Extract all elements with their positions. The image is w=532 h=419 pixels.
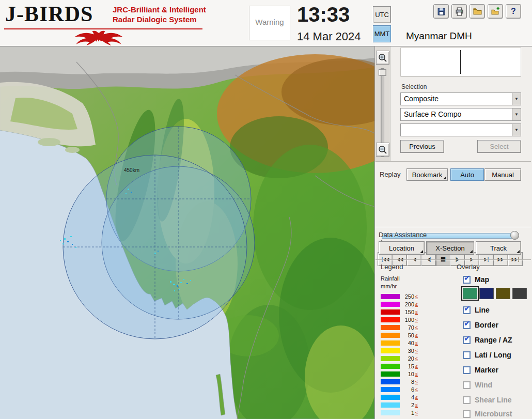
print-button[interactable] <box>451 4 467 19</box>
timeline-thumb[interactable] <box>510 231 519 240</box>
legend-value: 50 <box>401 332 414 338</box>
utc-button[interactable]: UTC <box>373 6 391 23</box>
x-section-button[interactable]: X-Section <box>426 241 474 255</box>
track-button[interactable]: Track <box>476 241 521 255</box>
info-box-divider <box>460 50 461 74</box>
legend-color-swatch <box>381 294 400 299</box>
logo-title: J-BIRDS <box>5 2 93 26</box>
help-icon: ? <box>511 7 516 16</box>
map-style-swatch-gray[interactable] <box>512 288 527 299</box>
legend-value: 8 <box>401 379 414 385</box>
warning-panel[interactable]: Warning <box>249 6 290 40</box>
product-option-dropdown[interactable]: ▼ <box>400 123 521 136</box>
product-name-dropdown[interactable]: Surface R Compo ▼ <box>400 108 521 121</box>
legend-row: 15≤ <box>381 362 427 370</box>
delta-island <box>65 147 80 153</box>
checkbox-line[interactable]: ✔ <box>463 306 471 314</box>
overlay-item-microburst: Microburst <box>463 409 512 419</box>
chevron-down-icon[interactable]: ▼ <box>512 93 521 105</box>
station-name: Myanmar DMH <box>406 30 472 42</box>
previous-button[interactable]: Previous <box>400 140 444 153</box>
legend-color-swatch <box>381 364 400 369</box>
map-style-swatch-olive[interactable] <box>496 288 510 299</box>
bookmark-button[interactable]: Bookmark <box>406 168 448 181</box>
clock-time: 13:33 <box>297 4 350 25</box>
magnifier-plus-icon <box>378 53 388 63</box>
map-style-swatch-green[interactable] <box>463 288 477 299</box>
open-folder-button[interactable] <box>470 4 485 19</box>
checkbox-border[interactable]: ✔ <box>463 321 471 329</box>
checkbox-range-az[interactable]: ✔ <box>463 336 471 344</box>
import-button[interactable] <box>488 4 503 19</box>
legend-lte-symbol: ≤ <box>415 302 418 307</box>
mmt-button[interactable]: MMT <box>373 25 391 42</box>
overlay-lati-long-label: Lati / Long <box>475 351 511 359</box>
legend-value: 150 <box>401 309 414 315</box>
legend-color-swatch <box>381 317 400 322</box>
check-icon: ✔ <box>464 319 471 328</box>
legend-row: 8≤ <box>381 378 427 385</box>
overlay-title: Overlay <box>457 263 480 271</box>
manual-mode-button[interactable]: Manual <box>484 168 521 181</box>
range-label: 450km <box>124 167 139 173</box>
divider <box>375 227 531 228</box>
legend-value: 100 <box>401 317 414 323</box>
corner-triangle-icon <box>420 250 423 253</box>
overlay-shear-line-label: Shear Line <box>475 396 512 404</box>
zoom-slider-thumb[interactable] <box>379 69 386 76</box>
legend-color-swatch <box>381 379 400 384</box>
x-section-label: X-Section <box>435 244 464 252</box>
product-info-box[interactable] <box>400 48 521 76</box>
legend-value: 1 <box>401 410 414 416</box>
chevron-down-icon[interactable]: ▼ <box>512 108 521 120</box>
location-button[interactable]: Location <box>379 241 425 255</box>
save-button[interactable] <box>433 4 449 19</box>
overlay-item-shear-line: Shear Line <box>463 395 512 405</box>
map-style-swatches <box>463 288 529 299</box>
overlay-marker-label: Marker <box>475 366 498 374</box>
legend-lte-symbol: ≤ <box>415 379 418 384</box>
legend-color-swatch <box>381 410 400 415</box>
save-icon <box>437 7 446 16</box>
map-style-swatch-navy[interactable] <box>479 288 494 299</box>
import-icon <box>491 7 500 16</box>
checkbox-marker[interactable] <box>463 366 471 374</box>
zoom-in-button[interactable] <box>376 51 389 65</box>
zoom-out-button[interactable] <box>376 143 389 157</box>
auto-mode-button[interactable]: Auto <box>450 168 484 181</box>
legend-value: 10 <box>401 371 414 377</box>
location-label: Location <box>389 244 414 252</box>
overlay-item-lati-long[interactable]: Lati / Long <box>463 350 511 360</box>
overlay-border-label: Border <box>475 321 498 329</box>
help-button[interactable]: ? <box>506 4 521 19</box>
legend-lte-symbol: ≤ <box>415 395 418 400</box>
overlay-item-map[interactable]: ✔ Map <box>463 274 489 285</box>
overlay-item-line[interactable]: ✔ Line <box>463 305 490 315</box>
overlay-item-marker[interactable]: Marker <box>463 365 498 375</box>
legend-row: 200≤ <box>381 300 427 308</box>
divider <box>375 161 531 162</box>
legend-value: 250 <box>401 293 414 300</box>
legend-lte-symbol: ≤ <box>415 325 418 330</box>
checkbox-lati-long[interactable] <box>463 351 471 359</box>
chevron-down-icon[interactable]: ▼ <box>512 124 521 136</box>
legend-value: 20 <box>401 355 414 362</box>
product-option-value <box>401 124 512 136</box>
legend-row: 10≤ <box>381 370 427 378</box>
overlay-range-az-label: Range / AZ <box>475 336 512 344</box>
check-icon: ✔ <box>464 273 471 283</box>
legend-value: 2 <box>401 402 414 408</box>
legend-row: 40≤ <box>381 339 427 347</box>
legend-value: 30 <box>401 348 414 354</box>
legend-color-swatch <box>381 302 400 307</box>
overlay-item-range-az[interactable]: ✔ Range / AZ <box>463 335 512 345</box>
legend-color-swatch <box>381 325 400 330</box>
check-icon: ✔ <box>464 334 471 343</box>
overlay-item-border[interactable]: ✔ Border <box>463 320 498 330</box>
select-button[interactable]: Select <box>477 140 521 153</box>
checkbox-map[interactable]: ✔ <box>463 276 471 284</box>
app-logo: J-BIRDS <box>5 3 93 25</box>
radar-map[interactable]: 450km <box>0 46 374 419</box>
product-type-dropdown[interactable]: Composite ▼ <box>400 92 521 105</box>
legend-color-swatch <box>381 371 400 377</box>
